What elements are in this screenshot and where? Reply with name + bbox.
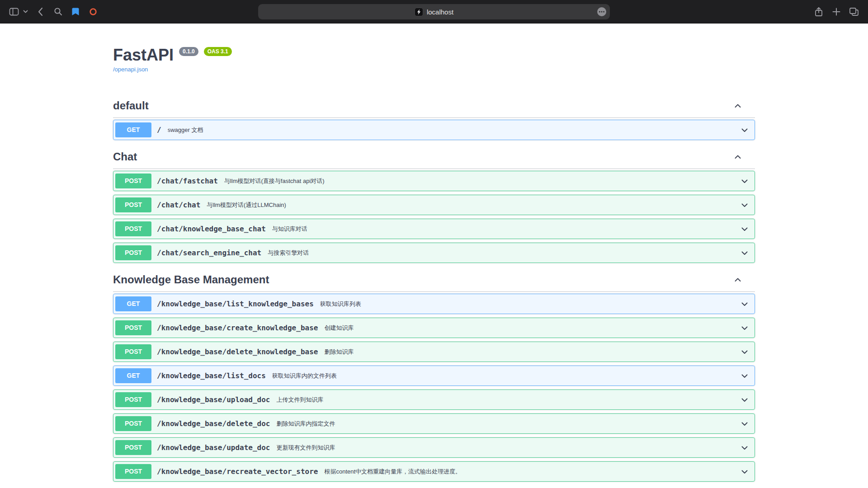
expand-endpoint-button[interactable] xyxy=(740,249,749,258)
endpoint-row[interactable]: POST /knowledge_base/recreate_vector_sto… xyxy=(113,461,755,482)
endpoint-path: /chat/fastchat xyxy=(157,177,218,185)
expand-endpoint-button[interactable] xyxy=(740,177,749,186)
endpoint-row[interactable]: POST /chat/chat 与llm模型对话(通过LLMChain) xyxy=(113,195,755,215)
method-badge: POST xyxy=(115,344,151,359)
expand-endpoint-button[interactable] xyxy=(740,324,749,333)
expand-endpoint-button[interactable] xyxy=(740,225,749,234)
endpoint-description: 更新现有文件到知识库 xyxy=(276,444,335,452)
expand-endpoint-button[interactable] xyxy=(740,371,749,380)
url-text: localhost xyxy=(427,8,453,16)
tabs-icon xyxy=(849,7,859,16)
chevron-down-icon xyxy=(740,177,749,186)
chevron-up-icon xyxy=(733,152,742,161)
tag-name: default xyxy=(113,99,149,112)
endpoint-path: /knowledge_base/delete_doc xyxy=(157,419,270,428)
new-tab-button[interactable] xyxy=(830,6,842,18)
expand-endpoint-button[interactable] xyxy=(740,300,749,309)
endpoint-path: /knowledge_base/list_docs xyxy=(157,371,266,380)
method-badge: POST xyxy=(115,440,151,455)
swagger-container: FastAPI 0.1.0 OAS 3.1 /openapi.json defa… xyxy=(104,23,764,486)
collapse-section-button[interactable] xyxy=(733,275,742,284)
endpoint-description: 与llm模型对话(直接与fastchat api对话) xyxy=(224,177,325,185)
endpoint-path: /knowledge_base/upload_doc xyxy=(157,395,270,404)
endpoint-row[interactable]: GET /knowledge_base/list_docs 获取知识库内的文件列… xyxy=(113,366,755,386)
chevron-down-icon xyxy=(740,347,749,357)
endpoint-path: / xyxy=(157,126,161,134)
tab-overview-button[interactable] xyxy=(848,6,860,18)
sidebar-menu-chevron-button[interactable] xyxy=(22,6,28,18)
endpoint-row[interactable]: POST /chat/knowledge_base_chat 与知识库对话 xyxy=(113,219,755,239)
endpoint-description: 创建知识库 xyxy=(324,324,354,332)
plus-icon xyxy=(832,8,840,16)
tag-header[interactable]: default xyxy=(113,94,755,118)
endpoint-description: swagger 文档 xyxy=(168,126,203,134)
endpoint-path: /knowledge_base/recreate_vector_store xyxy=(157,467,318,476)
endpoint-path: /chat/knowledge_base_chat xyxy=(157,225,266,233)
endpoint-row[interactable]: GET /knowledge_base/list_knowledge_bases… xyxy=(113,294,755,314)
expand-endpoint-button[interactable] xyxy=(740,201,749,210)
chevron-down-icon xyxy=(740,443,749,452)
share-icon xyxy=(814,7,823,17)
share-button[interactable] xyxy=(813,6,825,18)
chevron-down-icon xyxy=(740,249,749,258)
api-tag-section: Knowledge Base Management GET /knowledge… xyxy=(113,268,755,486)
endpoint-path: /chat/chat xyxy=(157,201,200,209)
expand-endpoint-button[interactable] xyxy=(740,419,749,428)
page-menu-button[interactable] xyxy=(597,7,607,17)
endpoint-description: 上传文件到知识库 xyxy=(276,396,323,404)
toolbar-left-group xyxy=(8,6,99,18)
expand-endpoint-button[interactable] xyxy=(740,443,749,452)
method-badge: GET xyxy=(115,368,151,383)
expand-endpoint-button[interactable] xyxy=(740,126,749,135)
chevron-down-icon xyxy=(740,324,749,333)
endpoint-row[interactable]: POST /chat/search_engine_chat 与搜索引擎对话 xyxy=(113,243,755,263)
openapi-spec-link[interactable]: /openapi.json xyxy=(113,66,148,73)
endpoint-row[interactable]: GET / swagger 文档 xyxy=(113,120,755,140)
chevron-up-icon xyxy=(733,101,742,110)
endpoint-row[interactable]: POST /knowledge_base/delete_knowledge_ba… xyxy=(113,342,755,362)
chevron-down-icon xyxy=(740,371,749,380)
method-badge: POST xyxy=(115,392,151,407)
method-badge: POST xyxy=(115,320,151,335)
expand-endpoint-button[interactable] xyxy=(740,347,749,357)
site-favicon-icon xyxy=(415,8,423,16)
endpoint-row[interactable]: POST /knowledge_base/upload_doc 上传文件到知识库 xyxy=(113,389,755,410)
endpoint-description: 与搜索引擎对话 xyxy=(268,249,309,257)
expand-endpoint-button[interactable] xyxy=(740,395,749,404)
chevron-down-icon xyxy=(740,201,749,210)
endpoint-path: /chat/search_engine_chat xyxy=(157,249,261,257)
back-chevron-icon xyxy=(38,7,43,16)
endpoint-row[interactable]: POST /chat/fastchat 与llm模型对话(直接与fastchat… xyxy=(113,171,755,191)
chevron-down-icon xyxy=(740,467,749,476)
address-bar[interactable]: localhost xyxy=(258,4,610,19)
collapse-section-button[interactable] xyxy=(733,152,742,161)
endpoint-list: GET /knowledge_base/list_knowledge_bases… xyxy=(113,292,755,486)
chevron-down-icon xyxy=(740,395,749,404)
sidebar-icon xyxy=(9,7,19,16)
expand-endpoint-button[interactable] xyxy=(740,467,749,476)
collapse-section-button[interactable] xyxy=(733,101,742,110)
tag-header[interactable]: Knowledge Base Management xyxy=(113,268,755,292)
chevron-down-icon xyxy=(740,126,749,135)
oas-badge: OAS 3.1 xyxy=(204,47,232,56)
endpoint-row[interactable]: POST /knowledge_base/create_knowledge_ba… xyxy=(113,318,755,338)
endpoint-description: 删除知识库内指定文件 xyxy=(276,420,335,428)
endpoint-path: /knowledge_base/create_knowledge_base xyxy=(157,324,318,332)
sidebar-toggle-button[interactable] xyxy=(8,6,20,18)
tag-header[interactable]: Chat xyxy=(113,145,755,169)
blue-extension-button[interactable] xyxy=(70,6,81,18)
endpoint-row[interactable]: POST /knowledge_base/delete_doc 删除知识库内指定… xyxy=(113,413,755,434)
tag-name: Chat xyxy=(113,150,137,163)
version-badge: 0.1.0 xyxy=(179,47,198,56)
address-bar-content: localhost xyxy=(415,8,453,16)
chevron-down-icon xyxy=(740,225,749,234)
back-button[interactable] xyxy=(34,6,46,18)
search-button[interactable] xyxy=(52,6,64,18)
orange-extension-button[interactable] xyxy=(87,6,99,18)
endpoint-description: 根据content中文档重建向量库，流式输出处理进度。 xyxy=(324,468,461,476)
api-info: FastAPI 0.1.0 OAS 3.1 /openapi.json xyxy=(113,23,755,73)
method-badge: POST xyxy=(115,221,151,236)
endpoint-row[interactable]: POST /knowledge_base/update_doc 更新现有文件到知… xyxy=(113,437,755,458)
method-badge: POST xyxy=(115,464,151,479)
method-badge: POST xyxy=(115,416,151,431)
